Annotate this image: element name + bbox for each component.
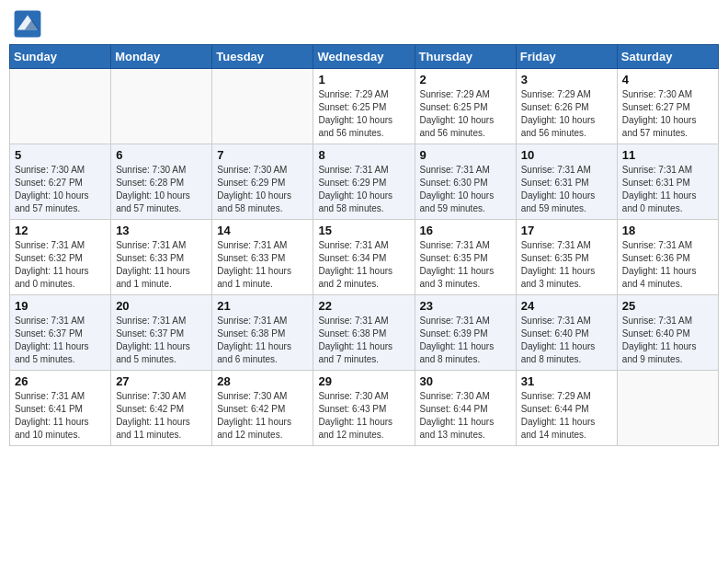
weekday-header-tuesday: Tuesday <box>212 45 313 69</box>
day-info: Sunrise: 7:30 AM Sunset: 6:44 PM Dayligh… <box>420 390 511 442</box>
day-number: 14 <box>217 224 308 237</box>
weekday-header-wednesday: Wednesday <box>313 45 415 69</box>
weekday-header-row: SundayMondayTuesdayWednesdayThursdayFrid… <box>10 45 719 69</box>
day-info: Sunrise: 7:31 AM Sunset: 6:35 PM Dayligh… <box>521 239 612 291</box>
day-number: 18 <box>622 224 713 237</box>
day-number: 16 <box>420 224 511 237</box>
day-info: Sunrise: 7:29 AM Sunset: 6:26 PM Dayligh… <box>521 88 612 140</box>
day-info: Sunrise: 7:29 AM Sunset: 6:25 PM Dayligh… <box>420 88 511 140</box>
calendar-cell: 8Sunrise: 7:31 AM Sunset: 6:29 PM Daylig… <box>313 144 415 220</box>
day-info: Sunrise: 7:30 AM Sunset: 6:28 PM Dayligh… <box>116 164 207 215</box>
day-number: 4 <box>622 73 713 86</box>
day-number: 26 <box>15 374 106 388</box>
day-number: 6 <box>116 148 207 162</box>
calendar-cell: 14Sunrise: 7:31 AM Sunset: 6:33 PM Dayli… <box>212 220 313 295</box>
day-info: Sunrise: 7:31 AM Sunset: 6:33 PM Dayligh… <box>217 239 308 291</box>
page-header <box>9 9 719 39</box>
day-number: 7 <box>217 148 308 162</box>
logo <box>13 9 46 39</box>
calendar-cell: 25Sunrise: 7:31 AM Sunset: 6:40 PM Dayli… <box>617 295 718 371</box>
day-info: Sunrise: 7:31 AM Sunset: 6:37 PM Dayligh… <box>116 315 207 366</box>
day-number: 22 <box>318 299 409 313</box>
day-info: Sunrise: 7:31 AM Sunset: 6:35 PM Dayligh… <box>420 239 511 291</box>
day-info: Sunrise: 7:31 AM Sunset: 6:29 PM Dayligh… <box>318 164 409 215</box>
day-info: Sunrise: 7:31 AM Sunset: 6:38 PM Dayligh… <box>217 315 308 366</box>
weekday-header-monday: Monday <box>111 45 212 69</box>
weekday-header-saturday: Saturday <box>617 45 718 69</box>
calendar-cell: 2Sunrise: 7:29 AM Sunset: 6:25 PM Daylig… <box>415 69 516 144</box>
calendar-cell: 7Sunrise: 7:30 AM Sunset: 6:29 PM Daylig… <box>212 144 313 220</box>
day-number: 23 <box>420 299 511 313</box>
calendar-cell <box>617 371 718 446</box>
calendar-cell: 27Sunrise: 7:30 AM Sunset: 6:42 PM Dayli… <box>111 371 212 446</box>
calendar-cell: 6Sunrise: 7:30 AM Sunset: 6:28 PM Daylig… <box>111 144 212 220</box>
week-row-3: 12Sunrise: 7:31 AM Sunset: 6:32 PM Dayli… <box>10 220 719 295</box>
day-number: 28 <box>217 374 308 388</box>
calendar-cell: 5Sunrise: 7:30 AM Sunset: 6:27 PM Daylig… <box>10 144 111 220</box>
day-info: Sunrise: 7:29 AM Sunset: 6:44 PM Dayligh… <box>521 390 612 442</box>
calendar-cell: 18Sunrise: 7:31 AM Sunset: 6:36 PM Dayli… <box>617 220 718 295</box>
day-number: 29 <box>318 374 409 388</box>
day-info: Sunrise: 7:31 AM Sunset: 6:33 PM Dayligh… <box>116 239 207 291</box>
day-number: 15 <box>318 224 409 237</box>
calendar-cell: 20Sunrise: 7:31 AM Sunset: 6:37 PM Dayli… <box>111 295 212 371</box>
calendar-cell: 22Sunrise: 7:31 AM Sunset: 6:38 PM Dayli… <box>313 295 415 371</box>
calendar-cell: 11Sunrise: 7:31 AM Sunset: 6:31 PM Dayli… <box>617 144 718 220</box>
calendar-cell: 12Sunrise: 7:31 AM Sunset: 6:32 PM Dayli… <box>10 220 111 295</box>
day-number: 11 <box>622 148 713 162</box>
day-info: Sunrise: 7:31 AM Sunset: 6:30 PM Dayligh… <box>420 164 511 215</box>
day-info: Sunrise: 7:29 AM Sunset: 6:25 PM Dayligh… <box>318 88 409 140</box>
calendar-cell: 28Sunrise: 7:30 AM Sunset: 6:42 PM Dayli… <box>212 371 313 446</box>
calendar-cell: 4Sunrise: 7:30 AM Sunset: 6:27 PM Daylig… <box>617 69 718 144</box>
day-number: 8 <box>318 148 409 162</box>
day-info: Sunrise: 7:31 AM Sunset: 6:37 PM Dayligh… <box>15 315 106 366</box>
day-number: 17 <box>521 224 612 237</box>
calendar: SundayMondayTuesdayWednesdayThursdayFrid… <box>9 44 719 446</box>
week-row-5: 26Sunrise: 7:31 AM Sunset: 6:41 PM Dayli… <box>10 371 719 446</box>
day-number: 5 <box>15 148 106 162</box>
calendar-cell: 15Sunrise: 7:31 AM Sunset: 6:34 PM Dayli… <box>313 220 415 295</box>
day-info: Sunrise: 7:31 AM Sunset: 6:40 PM Dayligh… <box>521 315 612 366</box>
week-row-1: 1Sunrise: 7:29 AM Sunset: 6:25 PM Daylig… <box>10 69 719 144</box>
calendar-cell: 30Sunrise: 7:30 AM Sunset: 6:44 PM Dayli… <box>415 371 516 446</box>
weekday-header-thursday: Thursday <box>415 45 516 69</box>
day-info: Sunrise: 7:30 AM Sunset: 6:43 PM Dayligh… <box>318 390 409 442</box>
day-number: 13 <box>116 224 207 237</box>
day-number: 9 <box>420 148 511 162</box>
day-info: Sunrise: 7:30 AM Sunset: 6:29 PM Dayligh… <box>217 164 308 215</box>
day-number: 2 <box>420 73 511 86</box>
calendar-cell: 10Sunrise: 7:31 AM Sunset: 6:31 PM Dayli… <box>516 144 617 220</box>
day-info: Sunrise: 7:30 AM Sunset: 6:27 PM Dayligh… <box>622 88 713 140</box>
day-number: 10 <box>521 148 612 162</box>
calendar-cell <box>10 69 111 144</box>
day-info: Sunrise: 7:31 AM Sunset: 6:32 PM Dayligh… <box>15 239 106 291</box>
day-info: Sunrise: 7:31 AM Sunset: 6:31 PM Dayligh… <box>521 164 612 215</box>
week-row-4: 19Sunrise: 7:31 AM Sunset: 6:37 PM Dayli… <box>10 295 719 371</box>
day-number: 30 <box>420 374 511 388</box>
calendar-cell <box>111 69 212 144</box>
calendar-cell: 26Sunrise: 7:31 AM Sunset: 6:41 PM Dayli… <box>10 371 111 446</box>
weekday-header-friday: Friday <box>516 45 617 69</box>
calendar-cell: 13Sunrise: 7:31 AM Sunset: 6:33 PM Dayli… <box>111 220 212 295</box>
day-number: 21 <box>217 299 308 313</box>
calendar-cell: 1Sunrise: 7:29 AM Sunset: 6:25 PM Daylig… <box>313 69 415 144</box>
calendar-cell: 17Sunrise: 7:31 AM Sunset: 6:35 PM Dayli… <box>516 220 617 295</box>
day-number: 24 <box>521 299 612 313</box>
day-number: 25 <box>622 299 713 313</box>
day-number: 1 <box>318 73 409 86</box>
calendar-cell: 21Sunrise: 7:31 AM Sunset: 6:38 PM Dayli… <box>212 295 313 371</box>
calendar-cell <box>212 69 313 144</box>
day-number: 19 <box>15 299 106 313</box>
calendar-cell: 29Sunrise: 7:30 AM Sunset: 6:43 PM Dayli… <box>313 371 415 446</box>
day-info: Sunrise: 7:30 AM Sunset: 6:27 PM Dayligh… <box>15 164 106 215</box>
day-info: Sunrise: 7:31 AM Sunset: 6:41 PM Dayligh… <box>15 390 106 442</box>
day-number: 3 <box>521 73 612 86</box>
day-info: Sunrise: 7:31 AM Sunset: 6:39 PM Dayligh… <box>420 315 511 366</box>
calendar-cell: 3Sunrise: 7:29 AM Sunset: 6:26 PM Daylig… <box>516 69 617 144</box>
weekday-header-sunday: Sunday <box>10 45 111 69</box>
logo-icon <box>13 9 42 39</box>
day-info: Sunrise: 7:31 AM Sunset: 6:36 PM Dayligh… <box>622 239 713 291</box>
day-number: 12 <box>15 224 106 237</box>
calendar-cell: 19Sunrise: 7:31 AM Sunset: 6:37 PM Dayli… <box>10 295 111 371</box>
day-info: Sunrise: 7:31 AM Sunset: 6:38 PM Dayligh… <box>318 315 409 366</box>
